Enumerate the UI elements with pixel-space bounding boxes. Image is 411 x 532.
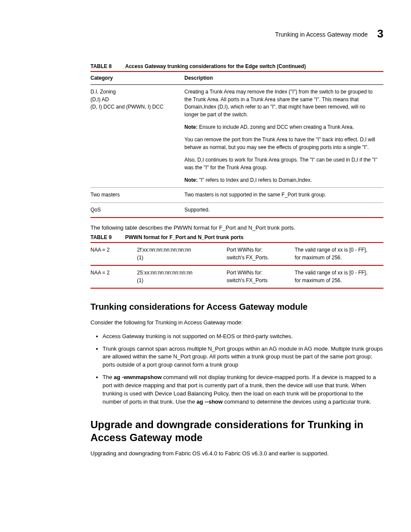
- cell-line: for maximum of 256.: [295, 254, 380, 261]
- desc-para: You can remove the port from the Trunk A…: [184, 136, 380, 151]
- table8-title: Access Gateway trunking considerations f…: [125, 63, 305, 69]
- section1-heading: Trunking considerations for Access Gatew…: [90, 301, 383, 313]
- cell-line: The valid range of xx is [0 - FF],: [295, 246, 380, 254]
- description-cell: Supported.: [184, 202, 383, 218]
- cell: NAA = 2: [90, 243, 137, 265]
- cell: 25:xx:nn:nn:nn:nn:nn:nn (1): [137, 265, 227, 288]
- cell: Port WWNs for: switch's FX_Ports: [227, 265, 295, 288]
- cell-line: The valid range of xx is [0 - FF],: [295, 269, 380, 277]
- table9: NAA = 2 2f:xx:nn:nn:nn:nn:nn:nn (1) Port…: [90, 242, 383, 289]
- chapter-number: 3: [377, 27, 383, 40]
- cell-line: 2f:xx:nn:nn:nn:nn:nn:nn: [137, 246, 223, 254]
- table8-caption: TABLE 8 Access Gateway trunking consider…: [90, 63, 383, 70]
- cell-line: Port WWNs for:: [227, 269, 291, 277]
- desc-note: Note: Ensure to include AD, zoning and D…: [184, 124, 380, 131]
- table9-caption: TABLE 9 PWWN format for F_Port and N_Por…: [90, 234, 383, 241]
- running-header: Trunking in Access Gateway mode 3: [90, 26, 383, 42]
- text-run: command to determine the devices using a…: [223, 398, 371, 405]
- table-row: QoS Supported.: [90, 202, 383, 218]
- section1-list: Access Gateway trunking is not supported…: [90, 333, 383, 406]
- list-item: Access Gateway trunking is not supported…: [103, 333, 383, 341]
- table8: Category Description D.I. Zoning (D,I) A…: [90, 71, 383, 218]
- cell: The valid range of xx is [0 - FF], for m…: [295, 243, 383, 265]
- cat-line: (D, I) DCC and (PWWN, I) DCC: [90, 103, 181, 111]
- desc-para: Creating a Trunk Area may remove the Ind…: [184, 88, 380, 118]
- cell-line: (1): [137, 277, 223, 284]
- cell-line: for maximum of 256.: [295, 277, 380, 284]
- table9-title: PWWN format for F_Port and N_Port trunk …: [125, 234, 243, 240]
- cat-line: (D,I) AD: [90, 96, 181, 103]
- note-text: "I" refers to Index and D,I refers to Do…: [198, 177, 312, 183]
- cell: Port WWNs for: switch's FX_Ports.: [227, 243, 295, 265]
- command-name: ag --show: [196, 398, 223, 405]
- cell: The valid range of xx is [0 - FF], for m…: [295, 265, 383, 288]
- table-row: NAA = 2 2f:xx:nn:nn:nn:nn:nn:nn (1) Port…: [90, 243, 383, 265]
- section1-intro: Consider the following for Trunking in A…: [90, 319, 383, 327]
- table9-lead: The following table describes the PWWN f…: [90, 224, 383, 232]
- page-container: Trunking in Access Gateway mode 3 TABLE …: [90, 26, 383, 457]
- desc-para: Also, D,I continues to work for Trunk Ar…: [184, 156, 380, 171]
- table-row: Two masters Two masters is not supported…: [90, 188, 383, 202]
- table9-label: TABLE 9: [90, 234, 112, 240]
- cell: NAA = 2: [90, 265, 137, 288]
- cell-line: 25:xx:nn:nn:nn:nn:nn:nn: [137, 269, 223, 277]
- description-cell: Two masters is not supported in the same…: [184, 188, 383, 202]
- description-cell: Creating a Trunk Area may remove the Ind…: [184, 85, 383, 188]
- category-cell: D.I. Zoning (D,I) AD (D, I) DCC and (PWW…: [90, 85, 184, 188]
- section2-para: Upgrading and downgrading from Fabric OS…: [90, 450, 383, 458]
- table8-col2: Description: [184, 72, 383, 85]
- command-name: ag -wwnmapshow: [114, 374, 162, 380]
- note-text: Ensure to include AD, zoning and DCC whe…: [198, 124, 354, 130]
- list-item: The ag -wwnmapshow command will not disp…: [103, 373, 383, 406]
- table-row: NAA = 2 25:xx:nn:nn:nn:nn:nn:nn (1) Port…: [90, 265, 383, 288]
- list-item: Trunk groups cannot span across multiple…: [103, 345, 383, 370]
- desc-note: Note: "I" refers to Index and D,I refers…: [184, 177, 380, 184]
- note-lead: Note:: [184, 177, 198, 183]
- cell: 2f:xx:nn:nn:nn:nn:nn:nn (1): [137, 243, 227, 265]
- table-row: D.I. Zoning (D,I) AD (D, I) DCC and (PWW…: [90, 85, 383, 188]
- table8-col1: Category: [90, 72, 184, 85]
- category-cell: QoS: [90, 202, 184, 218]
- cell-line: (1): [137, 254, 223, 261]
- category-cell: Two masters: [90, 188, 184, 202]
- cell-line: switch's FX_Ports: [227, 277, 291, 284]
- cell-line: Port WWNs for:: [227, 246, 291, 254]
- running-title: Trunking in Access Gateway mode: [275, 31, 368, 38]
- table8-label: TABLE 8: [90, 63, 112, 69]
- text-run: The: [103, 374, 114, 380]
- cat-line: D.I. Zoning: [90, 88, 181, 96]
- note-lead: Note:: [184, 124, 198, 130]
- section2-heading: Upgrade and downgrade considerations for…: [90, 418, 383, 444]
- cell-line: switch's FX_Ports.: [227, 254, 291, 261]
